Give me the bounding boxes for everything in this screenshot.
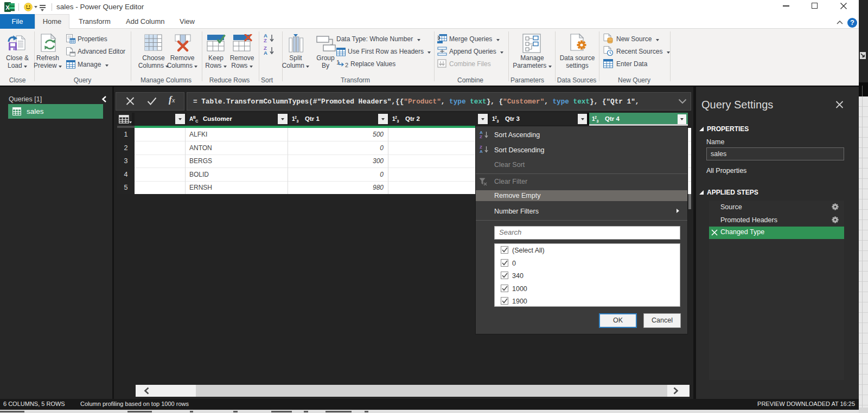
svg-text:X: X — [5, 4, 10, 11]
